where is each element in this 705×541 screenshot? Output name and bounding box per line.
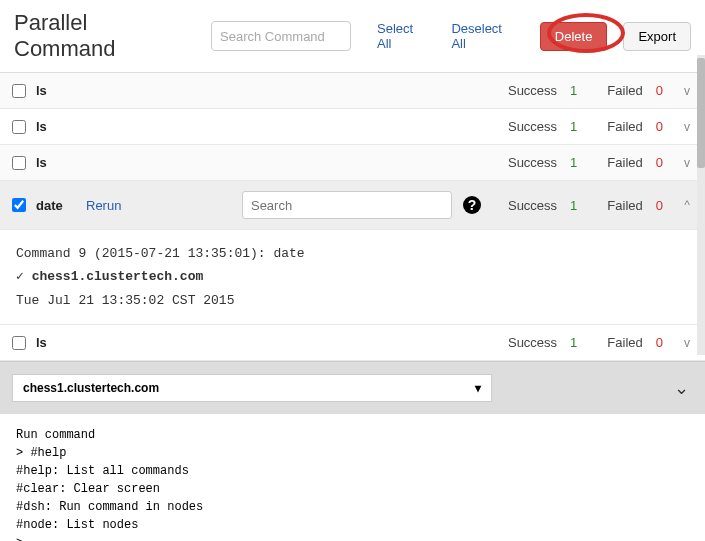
command-row[interactable]: ls Success 1 Failed 0 v (0, 325, 705, 361)
success-label: Success (508, 198, 557, 213)
success-label: Success (508, 83, 557, 98)
row-checkbox[interactable] (12, 156, 26, 170)
failed-count: 0 (656, 83, 663, 98)
search-command-input[interactable] (211, 21, 351, 51)
command-name: ls (36, 83, 76, 98)
chevron-down-icon[interactable]: ⌄ (674, 377, 689, 399)
success-count: 1 (570, 335, 577, 350)
failed-count: 0 (656, 335, 663, 350)
success-count: 1 (570, 119, 577, 134)
command-name: ls (36, 119, 76, 134)
deselect-all-link[interactable]: Deselect All (451, 21, 517, 51)
row-checkbox[interactable] (12, 120, 26, 134)
command-name: date (36, 198, 76, 213)
detail-output: Tue Jul 21 13:35:02 CST 2015 (16, 289, 689, 312)
failed-label: Failed (607, 155, 642, 170)
help-icon[interactable]: ? (462, 195, 482, 215)
failed-label: Failed (607, 83, 642, 98)
select-all-link[interactable]: Select All (377, 21, 429, 51)
detail-host: chess1.clustertech.com (32, 269, 204, 284)
detail-command-line: Command 9 (2015-07-21 13:35:01): date (16, 242, 689, 265)
check-icon: ✓ (16, 269, 24, 284)
command-detail-panel: Command 9 (2015-07-21 13:35:01): date ✓ … (0, 230, 705, 325)
svg-text:?: ? (468, 197, 477, 213)
command-row[interactable]: ls Success 1 Failed 0 v (0, 145, 705, 181)
success-count: 1 (570, 198, 577, 213)
search-output-input[interactable] (242, 191, 452, 219)
dropdown-caret-icon: ▾ (475, 381, 481, 395)
caret-icon[interactable]: v (681, 156, 693, 170)
terminal-output[interactable]: Run command > #help #help: List all comm… (0, 414, 705, 541)
failed-count: 0 (656, 119, 663, 134)
success-count: 1 (570, 83, 577, 98)
row-checkbox[interactable] (12, 336, 26, 350)
success-label: Success (508, 119, 557, 134)
success-label: Success (508, 335, 557, 350)
success-count: 1 (570, 155, 577, 170)
command-row[interactable]: ls Success 1 Failed 0 v (0, 73, 705, 109)
caret-icon[interactable]: v (681, 84, 693, 98)
delete-button[interactable]: Delete (540, 22, 608, 51)
rerun-link[interactable]: Rerun (86, 198, 121, 213)
export-button[interactable]: Export (623, 22, 691, 51)
caret-icon[interactable]: ^ (681, 198, 693, 212)
command-name: ls (36, 335, 76, 350)
caret-icon[interactable]: v (681, 120, 693, 134)
command-row[interactable]: ls Success 1 Failed 0 v (0, 109, 705, 145)
failed-label: Failed (607, 119, 642, 134)
failed-count: 0 (656, 198, 663, 213)
scrollbar-thumb[interactable] (697, 58, 705, 168)
host-selector[interactable]: chess1.clustertech.com ▾ (12, 374, 492, 402)
bottom-panel: chess1.clustertech.com ▾ ⌄ Run command >… (0, 361, 705, 541)
failed-label: Failed (607, 198, 642, 213)
page-title: Parallel Command (14, 10, 191, 62)
failed-label: Failed (607, 335, 642, 350)
command-name: ls (36, 155, 76, 170)
row-checkbox[interactable] (12, 84, 26, 98)
row-checkbox[interactable] (12, 198, 26, 212)
success-label: Success (508, 155, 557, 170)
caret-icon[interactable]: v (681, 336, 693, 350)
host-selected-value: chess1.clustertech.com (23, 381, 159, 395)
command-row[interactable]: date Rerun ? Success 1 Failed 0 ^ (0, 181, 705, 230)
failed-count: 0 (656, 155, 663, 170)
